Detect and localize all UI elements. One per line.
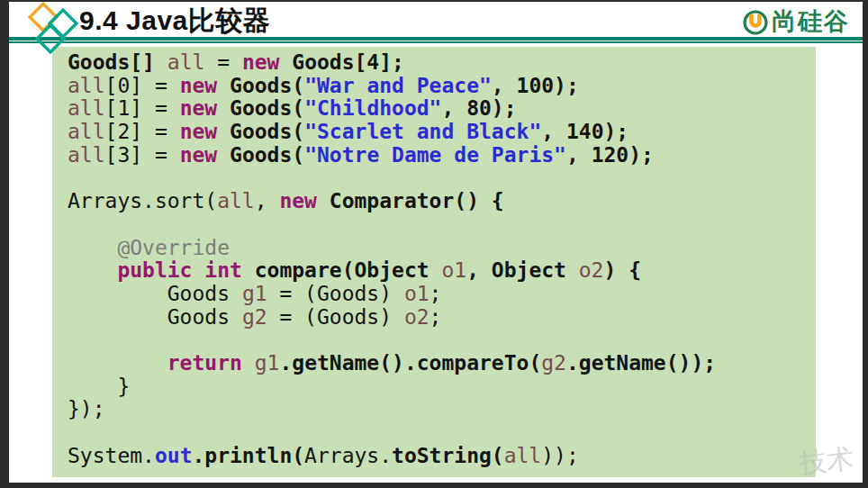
code-token: }); xyxy=(68,397,105,420)
code-token: new xyxy=(242,50,280,74)
code-token: g1 xyxy=(242,282,267,305)
code-token: [3] = xyxy=(105,143,180,167)
code-token xyxy=(217,74,230,97)
code-token: all xyxy=(68,96,105,120)
watermark: 技术 xyxy=(798,440,855,483)
code-token: all xyxy=(68,143,105,167)
code-token: ; xyxy=(429,305,442,329)
frame-border-bottom xyxy=(0,483,868,488)
code-token: new xyxy=(279,189,317,212)
code-line: @Override xyxy=(68,237,816,260)
code-token: , 140); xyxy=(541,120,628,143)
code-token: } xyxy=(68,375,130,398)
code-token: = xyxy=(204,50,242,74)
page-title: 9.4 Java比较器 xyxy=(79,4,270,38)
code-line: return g1.getName().compareTo(g2.getName… xyxy=(68,352,816,375)
code-line xyxy=(68,213,816,237)
code-token: )); xyxy=(541,444,579,467)
code-token: g2 xyxy=(242,305,267,329)
code-token: Goods( xyxy=(230,120,304,143)
code-token: all xyxy=(217,189,255,212)
code-token: new xyxy=(180,143,218,167)
brand-text: 尚硅谷 xyxy=(772,5,850,38)
code-line: Goods g2 = (Goods) o2; xyxy=(68,306,816,330)
header-divider xyxy=(9,37,863,43)
code-token xyxy=(317,189,330,212)
code-block: Goods[] all = new Goods[4];all[0] = new … xyxy=(52,47,816,477)
code-token: Goods( xyxy=(230,74,304,97)
code-token: = (Goods) xyxy=(267,305,404,329)
code-token xyxy=(242,351,255,375)
code-token: all xyxy=(167,50,205,74)
code-token: ) { xyxy=(603,258,641,282)
code-token: @Override xyxy=(68,236,230,259)
code-token: Comparator() { xyxy=(330,189,504,212)
code-line xyxy=(68,329,816,352)
code-token: toString( xyxy=(392,444,504,467)
brand-u-circle-icon xyxy=(742,7,769,36)
code-token: Goods( xyxy=(230,143,304,167)
brand-logo: 尚硅谷 xyxy=(742,7,850,36)
code-token: .println( xyxy=(192,444,304,467)
code-token: Goods( xyxy=(230,96,304,120)
code-token: "Scarlet and Black" xyxy=(304,120,541,143)
code-token xyxy=(217,96,230,120)
diamonds-logo-icon xyxy=(9,0,85,56)
code-line: all[1] = new Goods("Childhood", 80); xyxy=(68,97,816,121)
code-token xyxy=(217,120,230,143)
code-token: out xyxy=(155,444,193,467)
code-token xyxy=(217,143,230,167)
code-token: Goods xyxy=(68,305,242,329)
code-line: }); xyxy=(68,398,816,421)
code-token: "Childhood" xyxy=(304,96,441,120)
code-token: compare(Object xyxy=(242,258,442,282)
code-token: [2] = xyxy=(105,120,180,143)
code-token: g2 xyxy=(541,351,566,375)
code-token: o1 xyxy=(404,282,429,305)
code-line: public int compare(Object o1, Object o2)… xyxy=(68,259,816,283)
code-token: Goods xyxy=(68,282,242,305)
code-token: all xyxy=(68,74,105,97)
code-token: all xyxy=(68,120,105,143)
code-token: return xyxy=(68,351,242,375)
code-token: , Object xyxy=(466,258,579,282)
code-token: "Notre Dame de Paris" xyxy=(304,143,566,167)
frame-border-right xyxy=(863,0,868,488)
code-line: Goods g1 = (Goods) o1; xyxy=(68,283,816,306)
frame-border-top xyxy=(0,0,868,2)
code-token: new xyxy=(180,96,218,120)
code-line: all[0] = new Goods("War and Peace", 100)… xyxy=(68,75,816,98)
code-token: = (Goods) xyxy=(267,282,404,305)
code-line: Arrays.sort(all, new Comparator() { xyxy=(68,190,816,213)
code-token: o2 xyxy=(404,305,429,329)
code-line: Goods[] all = new Goods[4]; xyxy=(68,51,816,75)
code-token: ; xyxy=(429,282,442,305)
code-token: o1 xyxy=(441,258,466,282)
code-token: Arrays.sort( xyxy=(68,189,217,212)
code-token: all xyxy=(504,444,542,467)
code-token: , xyxy=(255,189,280,212)
slide: 9.4 Java比较器 尚硅谷 Goods[] all = new Goods[… xyxy=(0,0,868,488)
frame-border-left xyxy=(0,0,9,488)
code-token: Arrays. xyxy=(304,444,392,467)
code-token: new xyxy=(180,74,218,97)
code-line: System.out.println(Arrays.toString(all))… xyxy=(68,445,816,468)
code-line xyxy=(68,167,816,190)
code-token: , 100); xyxy=(492,74,579,97)
code-token: Goods[4]; xyxy=(292,50,404,74)
code-token: System. xyxy=(68,444,155,467)
code-token: .getName().compareTo( xyxy=(279,351,541,375)
code-line xyxy=(68,421,816,445)
code-token: , 80); xyxy=(441,96,516,120)
code-token: g1 xyxy=(255,351,280,375)
code-token: [0] = xyxy=(105,74,180,97)
code-token: "War and Peace" xyxy=(304,74,492,97)
code-token: public int xyxy=(68,258,242,282)
code-token: , 120); xyxy=(566,143,654,167)
slide-header: 9.4 Java比较器 尚硅谷 xyxy=(9,2,863,37)
code-token: o2 xyxy=(579,258,604,282)
code-token: new xyxy=(180,120,218,143)
code-line: all[3] = new Goods("Notre Dame de Paris"… xyxy=(68,144,816,167)
code-token: .getName()); xyxy=(566,351,716,375)
code-line: all[2] = new Goods("Scarlet and Black", … xyxy=(68,121,816,144)
